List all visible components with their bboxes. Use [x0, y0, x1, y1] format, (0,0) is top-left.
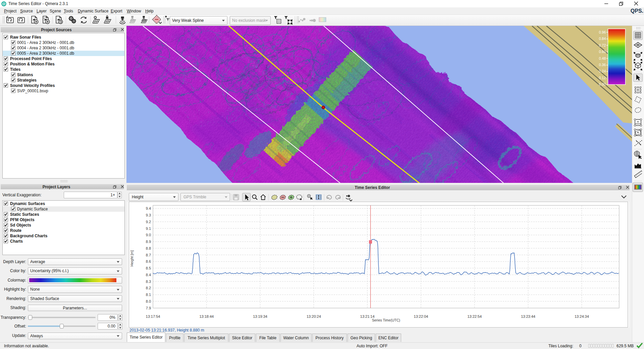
svg-text:8.3: 8.3 — [146, 280, 151, 284]
svg-text:Height [m]: Height [m] — [130, 250, 134, 266]
svg-text:0.84: 0.84 — [599, 37, 606, 41]
svg-text:9.2: 9.2 — [146, 220, 151, 224]
svg-text:0.36: 0.36 — [599, 63, 606, 67]
svg-text:13:18:44: 13:18:44 — [199, 314, 214, 318]
svg-text:0.96: 0.96 — [599, 30, 606, 34]
svg-text:13:23:44: 13:23:44 — [521, 314, 535, 318]
svg-text:13:20:24: 13:20:24 — [307, 314, 321, 318]
svg-text:13:24:34: 13:24:34 — [575, 314, 589, 318]
svg-text:8.0: 8.0 — [146, 299, 151, 303]
svg-text:13:22:54: 13:22:54 — [467, 314, 482, 318]
svg-text:8.8: 8.8 — [146, 246, 151, 250]
svg-text:8.1: 8.1 — [146, 293, 151, 297]
svg-text:9.1: 9.1 — [146, 227, 151, 231]
svg-text:0.72: 0.72 — [599, 43, 606, 47]
svg-text:9.4: 9.4 — [146, 206, 151, 210]
svg-text:8.5: 8.5 — [146, 266, 151, 270]
svg-text:0.12: 0.12 — [599, 76, 606, 80]
svg-text:8.7: 8.7 — [146, 253, 151, 257]
svg-text:9.0: 9.0 — [146, 233, 151, 237]
svg-text:7.9: 7.9 — [146, 306, 151, 310]
svg-text:0.00: 0.00 — [599, 82, 606, 86]
svg-text:0.60: 0.60 — [599, 50, 606, 54]
svg-text:0.24: 0.24 — [599, 69, 606, 73]
svg-text:13:17:54: 13:17:54 — [146, 314, 160, 318]
svg-text:8.6: 8.6 — [146, 259, 151, 263]
svg-text:Series Time(UTC): Series Time(UTC) — [372, 318, 400, 322]
svg-text:8.4: 8.4 — [146, 273, 151, 277]
svg-text:0.48: 0.48 — [599, 56, 606, 60]
svg-text:8.2: 8.2 — [146, 286, 151, 290]
svg-text:9.3: 9.3 — [146, 213, 151, 217]
svg-text:13:19:34: 13:19:34 — [253, 314, 267, 318]
svg-text:13:22:04: 13:22:04 — [414, 314, 428, 318]
svg-text:8.9: 8.9 — [146, 240, 151, 244]
